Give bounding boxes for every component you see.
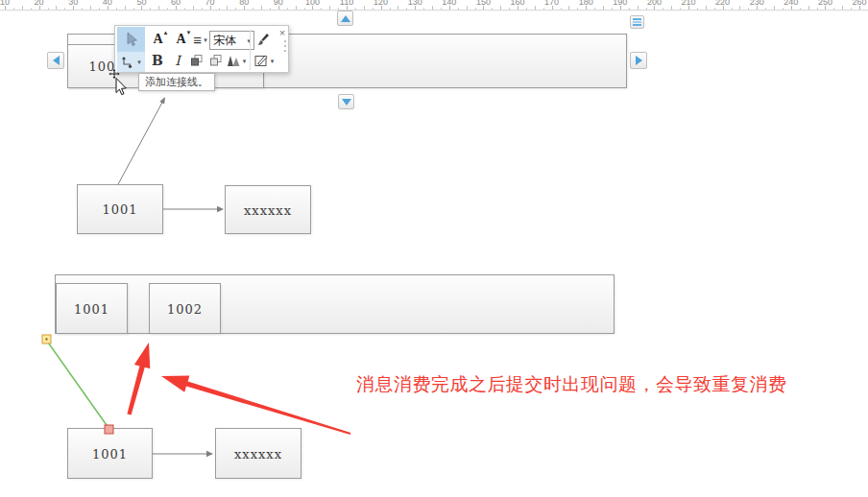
scroll-left-button[interactable] <box>47 52 64 69</box>
ruler-tick <box>612 8 613 10</box>
ruler-tick <box>671 6 672 10</box>
ruler-tick <box>150 8 151 10</box>
ruler-tick <box>800 8 801 10</box>
ruler-tick <box>518 6 518 10</box>
close-toolbar-button[interactable]: × <box>276 26 289 38</box>
ruler-tick <box>723 6 724 10</box>
caret-down-icon: ▾ <box>204 36 207 43</box>
scroll-down-button[interactable] <box>338 94 354 109</box>
shape-label: 1001 <box>57 301 127 316</box>
ruler-tick <box>500 6 501 10</box>
font-decrease-icon: A <box>176 32 185 47</box>
ruler-tick <box>509 8 510 10</box>
italic-button[interactable]: I <box>170 51 185 70</box>
ruler-tick <box>552 6 553 10</box>
caret-down-icon: ▾ <box>243 58 247 64</box>
annotation-text[interactable]: 消息消费完成之后提交时出现问题，会导致重复消费 <box>356 372 787 397</box>
connector-line-bottom[interactable] <box>153 451 213 457</box>
ruler-tick <box>732 8 733 10</box>
ruler-tick <box>261 6 262 10</box>
ruler-tick <box>184 8 185 10</box>
ruler-tick <box>202 8 203 10</box>
connector-tool-button[interactable]: ▾ <box>117 52 145 72</box>
format-painter-button[interactable] <box>253 30 273 49</box>
font-family-select[interactable]: 宋体 ▾ <box>209 31 254 50</box>
connector-line-green[interactable] <box>46 340 108 428</box>
ruler-tick <box>833 8 834 10</box>
ruler-tick <box>748 8 749 10</box>
decrease-font-button[interactable]: A <box>171 30 191 49</box>
ruler-tick <box>492 8 493 10</box>
shape-style-button[interactable]: ▾ <box>225 51 248 70</box>
add-connector-tooltip: 添加连接线。 <box>138 73 215 91</box>
ruler-tick <box>22 6 23 10</box>
line-style-button[interactable]: ▾ <box>253 51 276 70</box>
ruler-tick <box>338 8 339 10</box>
ruler-tick <box>219 8 220 10</box>
align-lines-icon: ≡ <box>193 32 202 48</box>
ruler-tick <box>688 6 689 10</box>
ruler-tick <box>680 8 681 10</box>
left-arrow-icon <box>53 56 60 65</box>
italic-label: I <box>175 53 181 68</box>
ruler-tick <box>13 8 14 10</box>
ruler-tick <box>73 6 74 10</box>
ruler-tick <box>765 8 766 10</box>
ruler-tick <box>483 6 484 10</box>
bottom-container-shape[interactable] <box>55 274 615 334</box>
ruler-tick <box>851 8 852 10</box>
connector-line-mid[interactable] <box>163 206 224 212</box>
ruler-tick <box>568 6 569 10</box>
ruler-tick <box>398 6 398 10</box>
send-to-back-button[interactable] <box>207 51 225 70</box>
pointer-icon <box>124 32 139 47</box>
ruler-tick <box>774 6 775 10</box>
connection-endpoint-handle[interactable] <box>42 335 51 343</box>
connector-line-diagonal[interactable] <box>118 97 165 184</box>
menu-button[interactable] <box>630 15 644 29</box>
text-align-button[interactable]: ≡▾ <box>192 30 208 49</box>
mid-target-box[interactable]: xxxxxx <box>225 185 311 234</box>
ruler-tick <box>423 8 424 10</box>
bottom-source-box[interactable]: 1001 <box>67 428 153 479</box>
bring-to-front-icon <box>190 54 204 67</box>
ruler-tick <box>39 6 40 10</box>
ruler-tick <box>244 6 245 10</box>
ruler-tick <box>355 8 356 10</box>
right-arrow-icon <box>636 56 642 65</box>
connector-icon <box>121 56 135 69</box>
up-arrow-icon <box>341 15 350 22</box>
red-annotation-arrow-up[interactable] <box>127 343 150 415</box>
shape-label: 1001 <box>78 202 162 217</box>
increase-font-button[interactable]: A <box>148 30 168 49</box>
bottom-container-box-1002[interactable]: 1002 <box>149 283 221 334</box>
arrowhead <box>206 451 213 457</box>
shape-label: 1001 <box>68 446 152 461</box>
pointer-tool-button[interactable] <box>117 27 145 52</box>
ruler-tick <box>458 8 459 10</box>
red-annotation-arrow-diagonal[interactable] <box>161 376 350 436</box>
scroll-up-button[interactable] <box>337 11 353 26</box>
bottom-target-box[interactable]: xxxxxx <box>215 428 301 479</box>
ruler-tick <box>441 8 442 10</box>
bottom-container-box-1001[interactable]: 1001 <box>56 283 128 334</box>
ruler-tick <box>825 6 826 10</box>
ruler-tick <box>176 6 177 10</box>
ruler: 1020304050607080901001101201301401501601… <box>0 0 868 11</box>
ruler-tick <box>757 6 758 10</box>
ruler-tick <box>167 8 168 10</box>
bold-button[interactable]: B <box>149 51 166 70</box>
ruler-tick <box>141 6 142 10</box>
ruler-tick <box>235 8 236 10</box>
mid-source-box[interactable]: 1001 <box>77 184 163 234</box>
ruler-tick <box>654 6 655 10</box>
bring-to-front-button[interactable] <box>188 51 205 70</box>
arrowhead <box>159 97 165 105</box>
ruler-tick <box>808 6 809 10</box>
font-family-value: 宋体 <box>213 33 236 49</box>
scroll-right-button[interactable] <box>630 52 647 69</box>
ruler-tick <box>90 6 91 10</box>
ruler-tick <box>603 6 604 10</box>
ruler-tick <box>697 8 698 10</box>
connection-target-handle[interactable] <box>105 425 113 434</box>
